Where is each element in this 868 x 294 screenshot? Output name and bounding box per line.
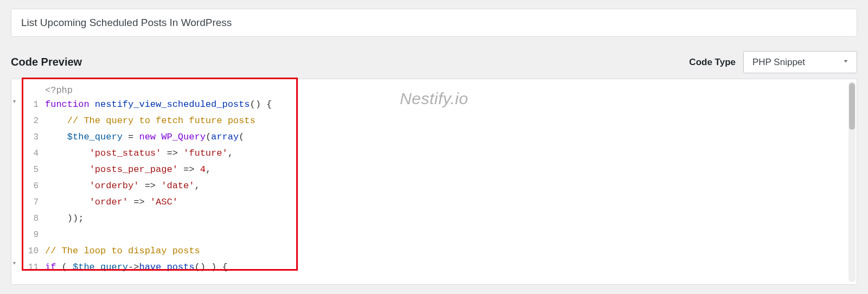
code-token: new bbox=[139, 129, 156, 145]
line-number: 1 bbox=[23, 97, 39, 113]
code-token: ( bbox=[239, 129, 244, 145]
line-number: 8 bbox=[23, 210, 39, 227]
code-type-select[interactable]: PHP Snippet bbox=[743, 51, 857, 73]
code-line: 1function nestify_view_scheduled_posts()… bbox=[23, 97, 272, 113]
code-line: 7 'order' => 'ASC' bbox=[23, 194, 272, 210]
fold-marker-icon[interactable]: ▾ bbox=[13, 260, 16, 266]
line-number: 9 bbox=[23, 227, 39, 243]
code-token: , bbox=[194, 178, 200, 194]
code-token: = bbox=[123, 129, 139, 145]
line-number: 3 bbox=[23, 129, 39, 145]
title-input[interactable] bbox=[11, 9, 857, 37]
code-token bbox=[45, 210, 67, 227]
code-token: )); bbox=[67, 210, 84, 227]
code-line: 3 $the_query = new WP_Query(array( bbox=[23, 129, 272, 145]
code-area[interactable]: <?php1function nestify_view_scheduled_po… bbox=[23, 85, 272, 276]
code-token: nestify_view_scheduled_posts bbox=[95, 97, 250, 113]
line-number: 2 bbox=[23, 113, 39, 129]
code-line: 9 bbox=[23, 227, 272, 243]
code-line: 2 // The query to fetch future posts bbox=[23, 113, 272, 129]
code-token: , bbox=[206, 162, 211, 178]
code-open-tag: <?php bbox=[23, 85, 272, 97]
code-token: => bbox=[128, 194, 150, 210]
line-number: 6 bbox=[23, 178, 39, 194]
code-token: WP_Query bbox=[161, 129, 206, 145]
php-open-tag: <?php bbox=[45, 85, 73, 97]
code-token bbox=[45, 162, 90, 178]
code-token: if bbox=[45, 259, 56, 276]
code-token: 'ASC' bbox=[150, 194, 178, 210]
code-token: => bbox=[139, 178, 161, 194]
code-line: 10// The loop to display posts bbox=[23, 243, 272, 259]
code-token: () ) { bbox=[194, 259, 227, 276]
code-line: 5 'posts_per_page' => 4, bbox=[23, 162, 272, 178]
code-token: 'posts_per_page' bbox=[90, 162, 178, 178]
code-type-label: Code Type bbox=[689, 57, 736, 68]
code-line: 11if ( $the_query->have_posts() ) { bbox=[23, 259, 272, 276]
code-token: () { bbox=[250, 97, 272, 113]
line-number: 7 bbox=[23, 194, 39, 210]
code-preview-heading: Code Preview bbox=[11, 56, 82, 68]
code-token: have_posts bbox=[139, 259, 194, 276]
code-token: // The query to fetch future posts bbox=[67, 113, 256, 129]
code-token bbox=[45, 129, 67, 145]
code-token: 4 bbox=[200, 162, 206, 178]
code-token: 'future' bbox=[183, 145, 228, 162]
code-token: => bbox=[161, 145, 183, 162]
code-token: // The loop to display posts bbox=[45, 243, 200, 259]
code-token bbox=[156, 129, 161, 145]
code-token: ( bbox=[206, 129, 211, 145]
code-token bbox=[45, 145, 90, 162]
code-token: => bbox=[178, 162, 200, 178]
code-line: 4 'post_status' => 'future', bbox=[23, 145, 272, 162]
code-token: 'post_status' bbox=[90, 145, 162, 162]
code-token: $the_query bbox=[73, 259, 128, 276]
vertical-scrollbar[interactable] bbox=[848, 81, 856, 282]
code-token: 'date' bbox=[161, 178, 194, 194]
fold-marker-icon[interactable]: ▾ bbox=[13, 99, 16, 104]
code-token: $the_query bbox=[67, 129, 123, 145]
code-token: array bbox=[211, 129, 239, 145]
code-token: 'orderby' bbox=[90, 178, 139, 194]
code-token: 'order' bbox=[90, 194, 128, 210]
line-number: 5 bbox=[23, 162, 39, 178]
code-token: ( bbox=[56, 259, 73, 276]
code-token bbox=[45, 178, 90, 194]
code-line: 6 'orderby' => 'date', bbox=[23, 178, 272, 194]
code-token bbox=[45, 194, 90, 210]
code-token bbox=[45, 113, 67, 129]
line-number: 4 bbox=[23, 145, 39, 162]
code-token: , bbox=[228, 145, 233, 162]
code-line: 8 )); bbox=[23, 210, 272, 227]
scrollbar-thumb[interactable] bbox=[849, 83, 855, 130]
code-token bbox=[90, 97, 95, 113]
code-token: -> bbox=[128, 259, 139, 276]
line-number: 11 bbox=[23, 259, 39, 276]
line-number: 10 bbox=[23, 243, 39, 259]
code-editor[interactable]: ▾ ▾ <?php1function nestify_view_schedule… bbox=[11, 79, 857, 285]
fold-gutter: ▾ ▾ bbox=[13, 79, 18, 284]
code-token: function bbox=[45, 97, 90, 113]
